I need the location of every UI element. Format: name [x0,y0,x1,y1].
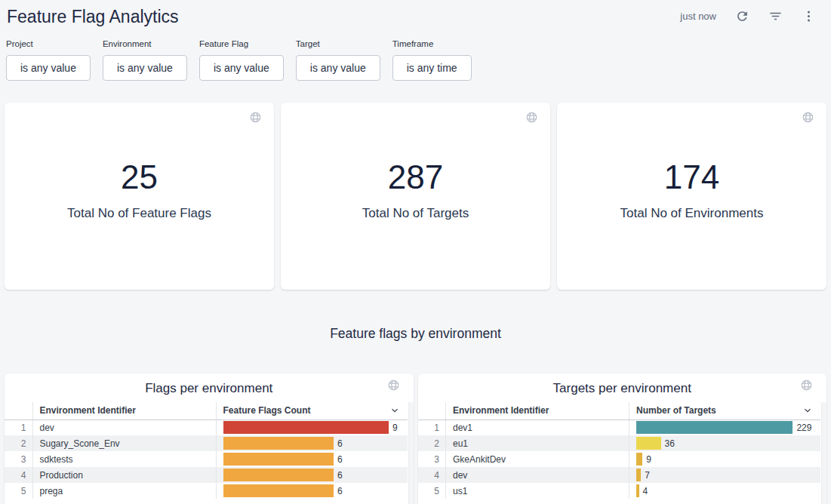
environment-cell[interactable]: sdktests [32,451,216,467]
filter-label: Environment [103,39,187,48]
table-title: Flags per environment [5,381,414,396]
globe-icon [802,111,814,127]
value-bar[interactable] [223,453,334,466]
value-cell[interactable]: 36 [629,435,821,451]
kpi-label: Total No of Targets [362,206,469,221]
environment-cell[interactable]: dev [446,467,629,483]
value-bar[interactable] [223,469,334,481]
kpi-row: 25 Total No of Feature Flags 287 Total N… [0,103,831,290]
value-bar[interactable] [223,484,334,497]
chevron-down-icon[interactable] [802,405,813,418]
value-bar[interactable] [223,437,334,450]
kpi-label: Total No of Feature Flags [67,206,211,221]
column-header-environment[interactable]: Environment Identifier [32,402,216,419]
filter-label: Target [296,39,380,48]
globe-icon [249,111,262,127]
table-card-flags-per-environment: Flags per environment Environment Identi… [5,373,414,504]
value-cell[interactable]: 6 [216,467,408,483]
value-cell[interactable]: 9 [216,419,408,435]
row-number-header [418,402,446,419]
globe-icon [800,379,813,395]
kpi-value: 287 [388,161,443,194]
value-cell[interactable]: 9 [629,451,821,467]
bar-value-label: 36 [665,438,675,449]
table-card-targets-per-environment: Targets per environment Environment Iden… [418,373,827,504]
dashboard-header: Feature Flag Analytics just now [0,0,831,33]
table-scrollbar[interactable] [408,402,414,504]
column-header-count[interactable]: Feature Flags Count [216,402,408,419]
table-title: Targets per environment [418,381,827,396]
kpi-card-targets: 287 Total No of Targets [281,103,550,290]
value-bar[interactable] [636,469,641,481]
filter-project: Project is any value [6,39,91,81]
table-scrollbar[interactable] [821,402,826,504]
environment-cell[interactable]: dev [32,419,216,435]
value-cell[interactable]: 6 [216,451,408,467]
kpi-label: Total No of Environments [620,206,764,221]
value-cell[interactable]: 229 [629,419,821,435]
filter-icon[interactable] [768,8,783,23]
table-row: 1dev9 [5,419,408,435]
bar-value-label: 9 [392,423,398,433]
page-title: Feature Flag Analytics [7,5,179,28]
value-cell[interactable]: 6 [216,483,408,499]
bar-value-label: 229 [796,423,811,433]
environment-cell[interactable]: us1 [446,483,629,499]
table-row: 4dev7 [418,467,821,483]
filter-feature-flag-button[interactable]: is any value [199,55,284,81]
column-header-label: Number of Targets [636,405,716,416]
filter-label: Project [6,39,91,48]
table-row: 5prega6 [5,483,408,499]
value-cell[interactable]: 6 [216,435,408,451]
value-bar[interactable] [636,437,661,450]
flags-table: Environment Identifier Feature Flags Cou… [5,402,408,499]
table-row: 3GkeAnkitDev9 [418,451,821,467]
value-cell[interactable]: 7 [629,467,821,483]
kpi-value: 174 [664,161,719,194]
table-row: 5us14 [418,483,821,499]
environment-cell[interactable]: dev1 [446,419,629,435]
environment-cell[interactable]: Sugary_Scone_Env [32,435,216,451]
more-vert-icon[interactable] [801,8,816,23]
row-index: 1 [5,419,32,435]
row-index: 3 [5,451,32,467]
globe-icon [387,379,400,395]
targets-table: Environment Identifier Number of Targets… [418,402,821,499]
row-index: 1 [418,419,446,435]
value-bar[interactable] [636,453,642,466]
kpi-card-feature-flags: 25 Total No of Feature Flags [5,103,274,290]
filter-timeframe: Timeframe is any time [392,39,472,81]
filter-environment: Environment is any value [103,39,187,81]
filter-environment-button[interactable]: is any value [103,55,187,81]
column-header-count[interactable]: Number of Targets [629,402,821,419]
row-index: 2 [418,435,446,451]
last-refreshed-text: just now [680,11,716,22]
value-cell[interactable]: 4 [629,483,821,499]
row-index: 4 [5,467,32,483]
filter-project-button[interactable]: is any value [6,55,91,81]
row-index: 2 [5,435,32,451]
row-index: 3 [418,451,446,467]
header-actions: just now [680,5,816,23]
value-bar[interactable] [636,421,793,434]
table-row: 1dev1229 [418,419,821,435]
table-row: 2eu136 [418,435,821,451]
refresh-icon[interactable] [734,8,749,23]
value-bar[interactable] [636,484,639,497]
environment-cell[interactable]: eu1 [446,435,629,451]
filter-label: Feature Flag [199,39,284,48]
filter-target-button[interactable]: is any value [296,55,380,81]
row-index: 5 [418,483,446,499]
bar-value-label: 4 [643,486,648,496]
chevron-down-icon[interactable] [389,405,400,418]
environment-cell[interactable]: prega [32,483,216,499]
filter-timeframe-button[interactable]: is any time [392,55,472,81]
environment-cell[interactable]: Production [32,467,216,483]
filter-feature-flag: Feature Flag is any value [199,39,284,81]
bar-value-label: 7 [645,470,650,481]
column-header-environment[interactable]: Environment Identifier [446,402,629,419]
tables-row: Flags per environment Environment Identi… [0,373,831,504]
value-bar[interactable] [223,421,389,434]
bar-value-label: 6 [337,486,343,496]
environment-cell[interactable]: GkeAnkitDev [446,451,629,467]
